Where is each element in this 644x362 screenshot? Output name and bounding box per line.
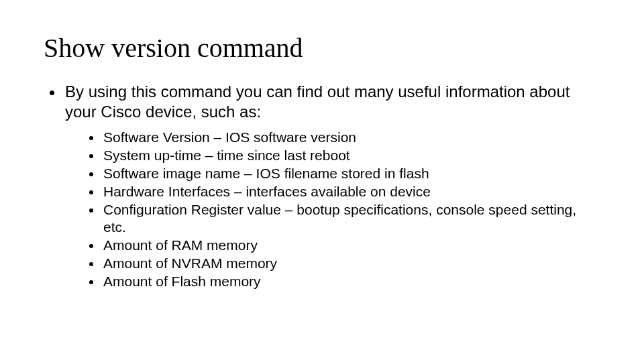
list-item: Amount of RAM memory: [102, 237, 600, 255]
slide: Show version command By using this comma…: [0, 0, 644, 362]
list-item: Software Version – IOS software version: [102, 129, 600, 147]
list-item: System up-time – time since last reboot: [102, 147, 600, 165]
slide-title: Show version command: [44, 34, 600, 63]
sub-bullet-list: Software Version – IOS software version …: [65, 129, 600, 291]
main-bullet-list: By using this command you can find out m…: [44, 82, 600, 291]
list-item: Configuration Register value – bootup sp…: [102, 201, 600, 237]
list-item: Amount of NVRAM memory: [102, 255, 600, 273]
list-item: Amount of Flash memory: [102, 273, 600, 291]
list-item: Software image name – IOS filename store…: [102, 165, 600, 183]
intro-text: By using this command you can find out m…: [65, 82, 600, 122]
intro-list-item: By using this command you can find out m…: [64, 82, 600, 291]
list-item: Hardware Interfaces – interfaces availab…: [102, 183, 600, 201]
